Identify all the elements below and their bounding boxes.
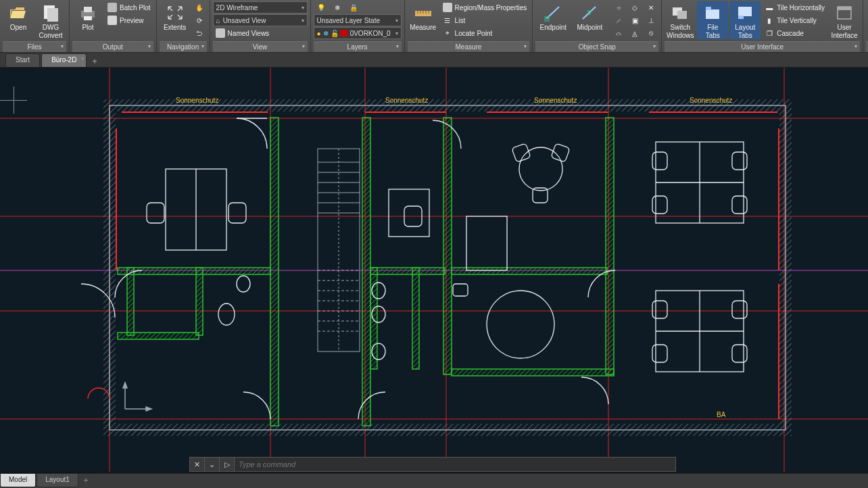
svg-rect-77 <box>389 189 429 237</box>
svg-rect-11 <box>738 7 752 16</box>
visual-style-value: 2D Wireframe <box>216 4 258 11</box>
close-icon[interactable]: × <box>81 55 85 62</box>
visual-style-dropdown[interactable]: 2D Wireframe <box>213 1 308 14</box>
preview-button[interactable]: Preview <box>105 14 153 26</box>
osnap-tangent-button[interactable]: ⌓ <box>611 27 626 39</box>
extents-icon <box>165 3 185 23</box>
osnap-extension-button[interactable]: ⟋ <box>611 14 626 26</box>
layer-off-button[interactable]: 💡 <box>314 1 329 14</box>
file-tabs-toggle[interactable]: File Tabs <box>697 1 728 39</box>
ui-icon <box>834 3 854 23</box>
osnap-none-button[interactable]: ⦸ <box>644 27 658 39</box>
svg-text:Sonnenschutz: Sonnenschutz <box>176 97 218 104</box>
command-bar: ✕ ⌄ ▷ <box>189 457 676 472</box>
svg-point-99 <box>218 303 235 325</box>
user-interface-button[interactable]: User Interface <box>829 1 860 39</box>
drawing-canvas[interactable]: Sonnenschutz Sonnenschutz Sonnenschutz S… <box>0 68 868 472</box>
dwg-convert-label1: DWG <box>43 24 59 31</box>
tab-model[interactable]: Model <box>0 474 36 487</box>
svg-rect-54 <box>127 268 134 335</box>
endpoint-label: Endpoint <box>540 24 566 31</box>
panel-title-files[interactable]: Files <box>3 41 66 52</box>
current-layer-dropdown[interactable]: ●❄🔓 0VORKON_0 <box>314 27 402 39</box>
saved-view-dropdown[interactable]: ⌂Unsaved View <box>213 14 308 26</box>
svg-rect-90 <box>652 196 667 214</box>
svg-rect-75 <box>228 203 246 223</box>
batch-plot-label: Batch Plot <box>120 4 151 11</box>
pan-button[interactable]: ✋ <box>192 1 207 14</box>
panel-title-navigation[interactable]: Navigation <box>160 41 207 52</box>
layer-iso-icon: ❄ <box>333 3 342 12</box>
osnap-insertion-button[interactable]: ▣ <box>627 14 642 26</box>
list-button[interactable]: ☰List <box>440 14 530 26</box>
locate-point-label: Locate Point <box>455 30 493 37</box>
osnap-insertion-icon: ▣ <box>630 16 640 25</box>
osnap-tangent-icon: ⌓ <box>614 28 623 38</box>
batch-plot-icon <box>107 3 117 12</box>
tab-start[interactable]: Start <box>5 53 40 67</box>
svg-rect-104 <box>453 284 468 296</box>
svg-rect-44 <box>270 118 279 426</box>
panel-title-output[interactable]: Output <box>72 41 153 52</box>
layout-tabs-label1: Layout <box>735 24 755 31</box>
batch-plot-button[interactable]: Batch Plot <box>105 1 153 14</box>
file-tabs-label1: File <box>707 24 718 31</box>
plot-button[interactable]: Plot <box>72 1 103 39</box>
osnap-nearest-button[interactable]: ◬ <box>627 27 642 39</box>
osnap-node-button[interactable]: ◇ <box>627 1 642 14</box>
region-mass-button[interactable]: Region/Mass Properties <box>440 1 530 14</box>
panel-title-layers[interactable]: Layers <box>314 41 402 52</box>
tab-document[interactable]: Büro-2D× <box>41 53 87 67</box>
orbit-button[interactable]: ⟳ <box>192 14 207 26</box>
folder-open-icon <box>8 3 28 23</box>
tile-h-label: Tile Horizontally <box>777 4 825 11</box>
cmd-close-button[interactable]: ✕ <box>190 458 205 471</box>
measure-button[interactable]: Measure <box>408 1 439 39</box>
switch-label1: Switch <box>671 24 690 31</box>
switch-windows-button[interactable]: Switch Windows <box>665 1 696 39</box>
tile-vertically-button[interactable]: ▮Tile Vertically <box>762 14 827 26</box>
panel-title-measure[interactable]: Measure <box>408 41 530 52</box>
osnap-nearest-icon: ◬ <box>630 28 640 38</box>
lock-icon: 🔒 <box>349 3 358 12</box>
zoom-back-button[interactable]: ⮌ <box>192 27 207 39</box>
osnap-intersection-icon: ✕ <box>646 3 656 12</box>
open-button[interactable]: Open <box>3 1 34 39</box>
midpoint-button[interactable]: Midpoint <box>572 1 607 39</box>
locate-point-icon: ⌖ <box>443 28 452 38</box>
dwg-convert-icon <box>41 3 61 23</box>
command-input[interactable] <box>235 458 675 471</box>
svg-point-79 <box>519 147 562 191</box>
osnap-center-button[interactable]: ○ <box>611 1 626 14</box>
endpoint-button[interactable]: Endpoint <box>535 1 571 39</box>
dwg-convert-button[interactable]: DWG Convert <box>35 1 66 39</box>
cmd-recent-button[interactable]: ⌄ <box>205 458 220 471</box>
switch-label2: Windows <box>667 32 694 39</box>
osnap-perp-button[interactable]: ⊥ <box>644 14 658 26</box>
panel-title-osnap[interactable]: Object Snap <box>535 41 658 52</box>
named-views-button[interactable]: Named Views <box>213 27 308 39</box>
layer-iso-button[interactable]: ❄ <box>330 1 345 14</box>
svg-point-83 <box>487 291 554 358</box>
locate-point-button[interactable]: ⌖Locate Point <box>440 27 530 39</box>
layout-tabs-toggle[interactable]: Layout Tabs <box>729 1 761 39</box>
osnap-perp-icon: ⊥ <box>646 16 656 25</box>
cascade-button[interactable]: ❐Cascade <box>762 27 827 39</box>
tab-layout1[interactable]: Layout1 <box>37 474 78 487</box>
extents-button[interactable]: Extents <box>160 1 191 39</box>
osnap-intersection-button[interactable]: ✕ <box>644 1 658 14</box>
tile-horizontally-button[interactable]: ▬Tile Horizontally <box>762 1 827 14</box>
svg-rect-53 <box>196 268 203 335</box>
layout-tabs-icon <box>735 3 755 23</box>
new-layout-button[interactable]: ＋ <box>79 474 93 486</box>
new-tab-button[interactable]: ＋ <box>88 55 101 67</box>
layer-lock-button[interactable]: 🔒 <box>346 1 361 14</box>
plot-label: Plot <box>82 24 93 31</box>
layer-state-dropdown[interactable]: Unsaved Layer State <box>314 14 402 26</box>
layer-color-swatch <box>341 30 347 36</box>
panel-title-view[interactable]: View <box>213 41 308 52</box>
panel-title-ui[interactable]: User Interface <box>665 41 860 52</box>
ui-label2: Interface <box>831 32 858 39</box>
tab-model-label: Model <box>9 476 27 483</box>
svg-rect-56 <box>412 268 419 369</box>
